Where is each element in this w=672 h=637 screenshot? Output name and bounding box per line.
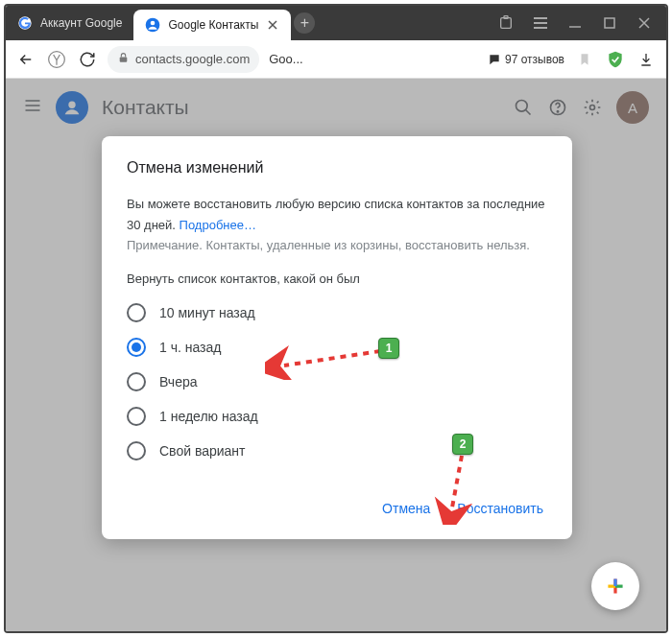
reviews-text: 97 отзывов — [505, 53, 564, 66]
radio-icon — [127, 441, 146, 460]
dialog-prompt: Вернуть список контактов, какой он был — [127, 271, 547, 286]
maximize-icon[interactable] — [601, 14, 618, 32]
svg-rect-7 — [120, 57, 128, 61]
annotation-arrow-1 — [265, 342, 390, 380]
url-box[interactable]: contacts.google.com — [108, 46, 259, 73]
add-contact-fab[interactable] — [591, 562, 639, 610]
radio-label: 10 минут назад — [159, 305, 255, 320]
menu-icon[interactable] — [532, 14, 549, 32]
yandex-icon[interactable] — [46, 49, 67, 70]
bookmark-icon[interactable] — [574, 49, 595, 70]
back-icon[interactable] — [15, 49, 36, 70]
radio-label: Свой вариант — [159, 443, 246, 459]
radio-label: 1 неделю назад — [159, 409, 258, 424]
cancel-button[interactable]: Отмена — [378, 495, 434, 522]
annotation-badge-1: 1 — [378, 338, 399, 359]
reviews-badge[interactable]: 97 отзывов — [488, 53, 564, 66]
tab-google-account[interactable]: Аккаунт Google — [6, 6, 133, 40]
dialog-title: Отмена изменений — [127, 159, 547, 177]
reload-icon[interactable] — [77, 49, 98, 70]
contacts-favicon — [145, 17, 160, 33]
address-bar: contacts.google.com Goo... 97 отзывов — [6, 40, 666, 79]
radio-10-min[interactable]: 10 минут назад — [127, 299, 547, 326]
radio-1-week[interactable]: 1 неделю назад — [127, 403, 547, 430]
extensions-icon[interactable] — [497, 14, 515, 32]
close-icon[interactable] — [266, 18, 279, 32]
titlebar: Аккаунт Google Google Контакты + — [6, 6, 666, 40]
radio-icon — [127, 372, 146, 391]
radio-icon — [127, 407, 146, 426]
dialog-note: Примечание. Контакты, удаленные из корзи… — [127, 238, 547, 252]
lock-icon — [117, 51, 130, 68]
svg-rect-3 — [501, 18, 512, 29]
url-text: contacts.google.com — [135, 52, 250, 66]
new-tab-button[interactable]: + — [291, 6, 318, 40]
svg-line-13 — [284, 351, 380, 366]
radio-label: Вчера — [159, 374, 198, 389]
minimize-icon[interactable] — [566, 14, 584, 32]
svg-point-2 — [151, 21, 156, 26]
svg-rect-5 — [605, 18, 614, 28]
radio-group: 10 минут назад 1 ч. назад Вчера 1 неделю… — [127, 299, 547, 464]
close-window-icon[interactable] — [636, 14, 653, 32]
radio-label: 1 ч. назад — [159, 340, 221, 355]
tab-label: Аккаунт Google — [40, 16, 122, 30]
svg-line-14 — [452, 456, 462, 507]
tab-label: Google Контакты — [168, 18, 258, 32]
radio-icon — [127, 303, 146, 322]
learn-more-link[interactable]: Подробнее… — [180, 218, 256, 232]
undo-changes-dialog: Отмена изменений Вы можете восстановить … — [102, 136, 572, 539]
download-icon[interactable] — [636, 49, 657, 70]
annotation-badge-2: 2 — [452, 434, 473, 455]
shield-icon[interactable] — [605, 49, 626, 70]
tab-google-contacts[interactable]: Google Контакты — [133, 10, 291, 40]
url-extra: Goo... — [269, 52, 302, 66]
browser-window: Аккаунт Google Google Контакты + — [4, 4, 668, 633]
window-controls — [484, 6, 666, 40]
dialog-description: Вы можете восстановить любую версию спис… — [127, 194, 547, 236]
radio-icon — [127, 338, 146, 357]
annotation-arrow-2 — [433, 448, 491, 525]
google-favicon — [17, 15, 33, 31]
app-area: Контакты A Отмена изменений Вы можете во… — [6, 79, 666, 631]
